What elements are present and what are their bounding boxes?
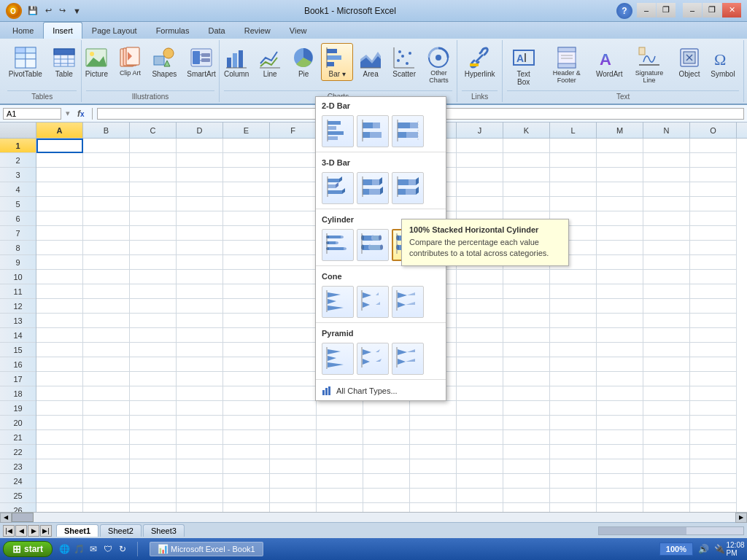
grid-cell[interactable] [83, 241, 130, 255]
pie-chart-button[interactable]: Pie [287, 43, 320, 81]
grid-cell[interactable] [317, 459, 363, 474]
row-header-11[interactable]: 11 [0, 284, 36, 299]
grid-cell[interactable] [130, 153, 177, 168]
grid-cell[interactable] [223, 401, 270, 416]
grid-cell[interactable] [36, 211, 83, 226]
grid-cell[interactable] [643, 343, 690, 357]
grid-cell[interactable] [550, 503, 597, 512]
grid-cell[interactable] [177, 445, 223, 459]
grid-cell[interactable] [457, 430, 503, 445]
100-stacked-pyramid-button[interactable] [392, 343, 424, 375]
100-stacked-bar-2d-button[interactable] [392, 115, 424, 147]
bar-chart-button[interactable]: Bar ▾ [321, 43, 353, 81]
col-header-k[interactable]: K [503, 122, 550, 138]
row-header-23[interactable]: 23 [0, 459, 36, 474]
help-button[interactable]: ? [616, 3, 632, 19]
grid-cell[interactable] [130, 314, 177, 328]
col-header-c[interactable]: C [130, 122, 177, 138]
grid-cell[interactable] [36, 328, 83, 343]
grid-cell[interactable] [597, 474, 643, 489]
grid-cell[interactable] [270, 182, 317, 197]
grid-cell[interactable] [270, 226, 317, 241]
grid-cell[interactable] [550, 357, 597, 372]
grid-cell[interactable] [223, 226, 270, 241]
grid-cell[interactable] [597, 445, 643, 459]
sheet-first-button[interactable]: |◀ [3, 525, 15, 537]
grid-cell[interactable] [410, 459, 457, 474]
tab-view[interactable]: View [280, 22, 317, 39]
grid-cell[interactable] [36, 343, 83, 357]
grid-cell[interactable] [457, 489, 503, 503]
grid-cell[interactable] [643, 270, 690, 284]
grid-cell[interactable] [36, 372, 83, 386]
grid-cell[interactable] [83, 182, 130, 197]
taskbar-media-icon[interactable]: 🎵 [73, 543, 85, 555]
area-chart-button[interactable]: Area [355, 43, 387, 81]
grid-cell[interactable] [457, 459, 503, 474]
scroll-right-button[interactable]: ▶ [735, 513, 747, 523]
grid-cell[interactable] [503, 474, 550, 489]
grid-cell[interactable] [83, 386, 130, 401]
grid-cell[interactable] [317, 430, 363, 445]
grid-cell[interactable] [503, 430, 550, 445]
grid-cell[interactable] [177, 226, 223, 241]
grid-cell[interactable] [550, 139, 597, 153]
grid-cell[interactable] [690, 445, 737, 459]
grid-cell[interactable] [270, 503, 317, 512]
grid-cell[interactable] [643, 139, 690, 153]
grid-cell[interactable] [550, 416, 597, 430]
grid-cell[interactable] [690, 372, 737, 386]
grid-cell[interactable] [270, 372, 317, 386]
grid-cell[interactable] [36, 430, 83, 445]
grid-cell[interactable] [130, 255, 177, 270]
grid-cell[interactable] [363, 445, 410, 459]
grid-cell[interactable] [550, 489, 597, 503]
taskbar-email-icon[interactable]: ✉ [88, 543, 99, 555]
grid-cell[interactable] [83, 255, 130, 270]
grid-cell[interactable] [83, 299, 130, 314]
grid-cell[interactable] [270, 255, 317, 270]
grid-cell[interactable] [223, 416, 270, 430]
grid-cell[interactable] [36, 401, 83, 416]
grid-cell[interactable] [550, 153, 597, 168]
grid-cell[interactable] [83, 168, 130, 182]
grid-cell[interactable] [457, 357, 503, 372]
grid-cell[interactable] [597, 197, 643, 211]
grid-cell[interactable] [457, 139, 503, 153]
clustered-cylinder-button[interactable] [322, 229, 354, 261]
grid-cell[interactable] [690, 182, 737, 197]
grid-cell[interactable] [177, 270, 223, 284]
grid-cell[interactable] [643, 299, 690, 314]
grid-cell[interactable] [503, 182, 550, 197]
grid-cell[interactable] [36, 197, 83, 211]
grid-cell[interactable] [503, 284, 550, 299]
grid-cell[interactable] [177, 211, 223, 226]
grid-cell[interactable] [503, 357, 550, 372]
grid-cell[interactable] [177, 459, 223, 474]
grid-cell[interactable] [36, 299, 83, 314]
grid-cell[interactable] [270, 197, 317, 211]
grid-cell[interactable] [363, 503, 410, 512]
scroll-track-h[interactable] [12, 513, 735, 522]
grid-cell[interactable] [83, 139, 130, 153]
grid-cell[interactable] [223, 211, 270, 226]
row-header-26[interactable]: 26 [0, 503, 36, 512]
grid-cell[interactable] [177, 372, 223, 386]
grid-cell[interactable] [550, 372, 597, 386]
grid-cell[interactable] [503, 270, 550, 284]
grid-cell[interactable] [270, 211, 317, 226]
grid-cell[interactable] [36, 139, 83, 153]
grid-cell[interactable] [597, 386, 643, 401]
stacked-cylinder-button[interactable] [357, 229, 389, 261]
grid-cell[interactable] [270, 343, 317, 357]
grid-cell[interactable] [270, 270, 317, 284]
grid-cell[interactable] [83, 489, 130, 503]
grid-cell[interactable] [597, 299, 643, 314]
grid-cell[interactable] [457, 445, 503, 459]
grid-cell[interactable] [643, 357, 690, 372]
grid-cell[interactable] [270, 401, 317, 416]
speaker-icon[interactable]: 🔊 [697, 543, 709, 555]
stacked-cone-button[interactable] [357, 286, 389, 318]
grid-cell[interactable] [690, 357, 737, 372]
grid-cell[interactable] [177, 255, 223, 270]
